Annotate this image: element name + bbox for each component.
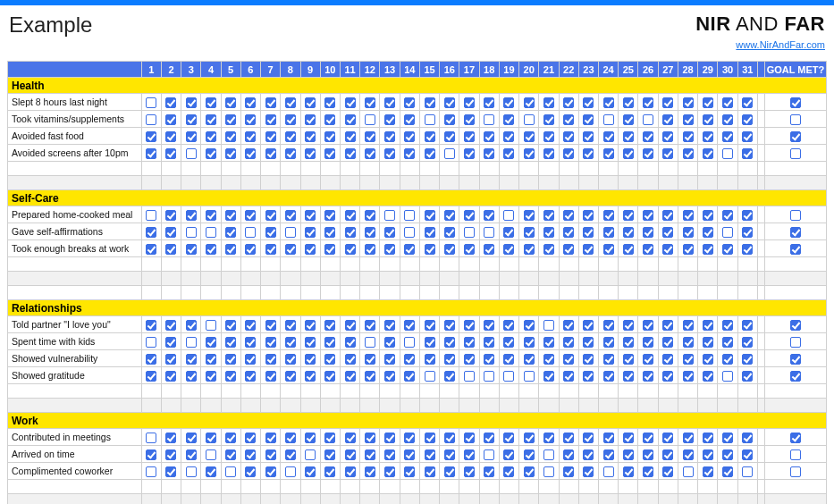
checkbox-checked-icon[interactable]: [484, 97, 494, 108]
checkbox-checked-icon[interactable]: [503, 320, 514, 331]
day-cell[interactable]: [201, 240, 221, 257]
day-cell[interactable]: [281, 333, 300, 350]
checkbox-checked-icon[interactable]: [464, 337, 475, 348]
day-cell[interactable]: [281, 463, 300, 480]
day-cell[interactable]: [539, 223, 559, 240]
checkbox-checked-icon[interactable]: [324, 148, 335, 159]
checkbox-checked-icon[interactable]: [683, 97, 694, 108]
checkbox-unchecked-icon[interactable]: [543, 320, 554, 331]
checkbox-checked-icon[interactable]: [563, 466, 574, 477]
checkbox-checked-icon[interactable]: [623, 466, 634, 477]
day-cell[interactable]: [300, 223, 320, 240]
checkbox-unchecked-icon[interactable]: [643, 114, 653, 125]
day-cell[interactable]: [380, 463, 400, 480]
day-cell[interactable]: [320, 367, 340, 384]
checkbox-checked-icon[interactable]: [186, 449, 197, 460]
checkbox-checked-icon[interactable]: [583, 114, 594, 125]
checkbox-checked-icon[interactable]: [225, 227, 236, 238]
checkbox-checked-icon[interactable]: [524, 148, 535, 159]
day-cell[interactable]: [638, 240, 658, 257]
day-cell[interactable]: [340, 223, 359, 240]
checkbox-unchecked-icon[interactable]: [404, 210, 415, 221]
checkbox-checked-icon[interactable]: [305, 210, 316, 221]
checkbox-checked-icon[interactable]: [425, 210, 435, 221]
checkbox-checked-icon[interactable]: [345, 148, 356, 159]
checkbox-checked-icon[interactable]: [165, 148, 176, 159]
day-cell[interactable]: [459, 111, 479, 128]
day-cell[interactable]: [380, 367, 400, 384]
day-cell[interactable]: [141, 316, 161, 333]
checkbox-checked-icon[interactable]: [623, 449, 634, 460]
checkbox-checked-icon[interactable]: [186, 114, 197, 125]
checkbox-checked-icon[interactable]: [365, 466, 375, 477]
day-cell[interactable]: [619, 206, 638, 223]
checkbox-checked-icon[interactable]: [683, 227, 694, 238]
checkbox-checked-icon[interactable]: [444, 320, 455, 331]
checkbox-checked-icon[interactable]: [683, 148, 694, 159]
day-cell[interactable]: [539, 111, 559, 128]
checkbox-checked-icon[interactable]: [146, 320, 156, 331]
checkbox-checked-icon[interactable]: [444, 244, 455, 255]
checkbox-checked-icon[interactable]: [146, 244, 156, 255]
day-cell[interactable]: [658, 94, 678, 111]
day-cell[interactable]: [619, 429, 638, 446]
day-cell[interactable]: [320, 316, 340, 333]
checkbox-checked-icon[interactable]: [186, 354, 197, 365]
checkbox-checked-icon[interactable]: [703, 466, 713, 477]
day-cell[interactable]: [400, 206, 419, 223]
day-cell[interactable]: [300, 350, 320, 367]
checkbox-checked-icon[interactable]: [683, 320, 694, 331]
checkbox-checked-icon[interactable]: [305, 433, 316, 443]
day-cell[interactable]: [479, 111, 499, 128]
day-cell[interactable]: [261, 350, 281, 367]
checkbox-checked-icon[interactable]: [662, 449, 673, 460]
day-cell[interactable]: [380, 145, 400, 162]
day-cell[interactable]: [578, 350, 598, 367]
day-cell[interactable]: [141, 94, 161, 111]
day-cell[interactable]: [499, 111, 518, 128]
checkbox-unchecked-icon[interactable]: [384, 210, 395, 221]
checkbox-checked-icon[interactable]: [683, 371, 694, 382]
checkbox-checked-icon[interactable]: [225, 320, 236, 331]
checkbox-checked-icon[interactable]: [305, 114, 316, 125]
day-cell[interactable]: [340, 333, 359, 350]
checkbox-checked-icon[interactable]: [563, 131, 574, 142]
day-cell[interactable]: [578, 111, 598, 128]
checkbox-checked-icon[interactable]: [722, 114, 733, 125]
day-cell[interactable]: [240, 94, 260, 111]
checkbox-checked-icon[interactable]: [324, 131, 335, 142]
checkbox-checked-icon[interactable]: [703, 148, 713, 159]
checkbox-checked-icon[interactable]: [165, 97, 176, 108]
day-cell[interactable]: [459, 145, 479, 162]
day-cell[interactable]: [240, 446, 260, 463]
day-cell[interactable]: [240, 145, 260, 162]
day-cell[interactable]: [718, 446, 737, 463]
day-cell[interactable]: [261, 367, 281, 384]
day-cell[interactable]: [340, 463, 359, 480]
day-cell[interactable]: [678, 446, 697, 463]
checkbox-checked-icon[interactable]: [245, 97, 256, 108]
checkbox-checked-icon[interactable]: [603, 371, 614, 382]
goal-cell[interactable]: [764, 446, 826, 463]
checkbox-checked-icon[interactable]: [662, 210, 673, 221]
checkbox-checked-icon[interactable]: [742, 131, 753, 142]
checkbox-unchecked-icon[interactable]: [683, 466, 694, 477]
day-cell[interactable]: [320, 128, 340, 145]
checkbox-checked-icon[interactable]: [524, 320, 535, 331]
day-cell[interactable]: [400, 350, 419, 367]
day-cell[interactable]: [599, 446, 619, 463]
day-cell[interactable]: [300, 111, 320, 128]
checkbox-checked-icon[interactable]: [324, 320, 335, 331]
checkbox-checked-icon[interactable]: [662, 97, 673, 108]
day-cell[interactable]: [737, 316, 757, 333]
day-cell[interactable]: [638, 333, 658, 350]
checkbox-checked-icon[interactable]: [563, 449, 574, 460]
day-cell[interactable]: [718, 240, 737, 257]
checkbox-checked-icon[interactable]: [444, 114, 455, 125]
day-cell[interactable]: [658, 350, 678, 367]
day-cell[interactable]: [419, 240, 439, 257]
day-cell[interactable]: [459, 240, 479, 257]
day-cell[interactable]: [440, 223, 459, 240]
checkbox-unchecked-icon[interactable]: [742, 466, 753, 477]
checkbox-checked-icon[interactable]: [265, 449, 276, 460]
